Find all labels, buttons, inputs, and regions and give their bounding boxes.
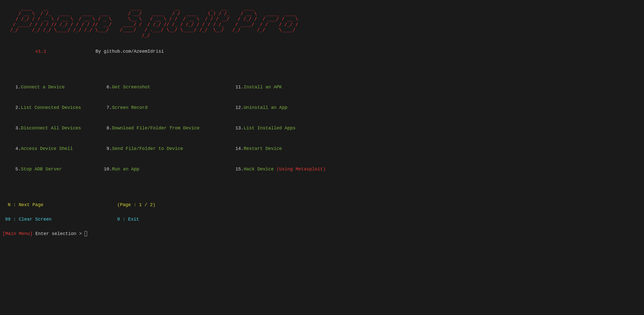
nav-exit[interactable]: 0 : Exit [114,217,139,222]
menu-grid: 1. Connect a Device 2. List Connected De… [3,70,641,186]
menu-item-13[interactable]: 13. List Installed Apps [235,125,362,132]
menu-label: Connect a Device [21,84,65,91]
nav-clear-screen[interactable]: 99 : Clear Screen [5,217,52,222]
menu-item-9[interactable]: 9. Send File/Folder to Device [104,145,235,152]
menu-item-11[interactable]: 11. Install an APK [235,84,362,91]
cursor-icon [85,231,87,236]
menu-item-6[interactable]: 6. Get Screenshot [104,84,235,91]
menu-item-1[interactable]: 1. Connect a Device [13,84,104,91]
menu-item-7[interactable]: 7. Screen Record [104,104,235,111]
menu-num: 12. [235,104,244,111]
prompt-text: Enter selection > [33,231,85,236]
menu-item-5[interactable]: 5. Stop ADB Server [13,166,104,173]
menu-label: List Installed Apps [244,125,295,132]
menu-label: Access Device Shell [21,145,73,152]
menu-num: 10. [104,166,112,173]
ascii-banner: ____ __ ____ __ _ __ ____ / __ \ / /_ __… [10,5,641,38]
menu-num: 7. [104,104,112,111]
menu-column-2: 6. Get Screenshot 7. Screen Record 8. Do… [104,70,235,186]
menu-item-10[interactable]: 10. Run an App [104,166,235,173]
menu-extra: (Using Metasploit) [276,166,326,173]
menu-num: 4. [13,145,21,152]
nav-next-page[interactable]: N : Next Page (Page : 1 / 2) [5,202,641,208]
menu-item-15[interactable]: 15. Hack Device (Using Metasploit) [235,166,362,173]
menu-item-2[interactable]: 2. List Connected Devices [13,104,104,111]
menu-item-14[interactable]: 14. Restart Device [235,145,362,152]
menu-label: Uninstall an App [244,104,287,111]
menu-label: Run an App [112,166,139,173]
nav-key: N : [5,202,19,207]
nav-key: 0 : [114,217,128,222]
info-line: v1.1 By github.com/AzeemIdrisi [3,48,641,55]
menu-num: 3. [13,125,21,132]
menu-num: 2. [13,104,21,111]
menu-num: 9. [104,145,112,152]
page-info: (Page : 1 / 2) [117,202,155,207]
menu-num: 8. [104,125,112,132]
menu-label: Download File/Folder from Device [112,125,199,132]
author-text: By github.com/AzeemIdrisi [95,49,164,54]
nav-key: 99 : [5,217,19,222]
menu-label: Send File/Folder to Device [112,145,183,152]
menu-column-1: 1. Connect a Device 2. List Connected De… [3,70,104,186]
menu-label: Get Screenshot [112,84,150,91]
menu-label: Stop ADB Server [21,166,62,173]
menu-item-12[interactable]: 12. Uninstall an App [235,104,362,111]
nav-label: Clear Screen [19,217,52,222]
menu-item-8[interactable]: 8. Download File/Folder from Device [104,125,235,132]
menu-num: 1. [13,84,21,91]
menu-num: 14. [235,145,244,152]
menu-num: 11. [235,84,244,91]
menu-item-3[interactable]: 3. Disconnect All Devices [13,125,104,132]
menu-num: 6. [104,84,112,91]
menu-num: 13. [235,125,244,132]
nav-label: Exit [128,217,139,222]
menu-column-3: 11. Install an APK 12. Uninstall an App … [235,70,362,186]
menu-num: 5. [13,166,21,173]
version-text: v1.1 [35,49,46,54]
menu-label: Restart Device [244,145,282,152]
menu-label: Install an APK [244,84,282,91]
menu-label: List Connected Devices [21,104,81,111]
menu-item-4[interactable]: 4. Access Device Shell [13,145,104,152]
menu-label: Disconnect All Devices [21,125,81,132]
nav-label: Next Page [19,202,43,207]
menu-label: Screen Record [112,104,147,111]
menu-label: Hack Device [244,166,276,173]
prompt-line[interactable]: [Main Menu] Enter selection > [3,230,641,237]
prompt-context: [Main Menu] [3,231,33,236]
menu-num: 15. [235,166,244,173]
